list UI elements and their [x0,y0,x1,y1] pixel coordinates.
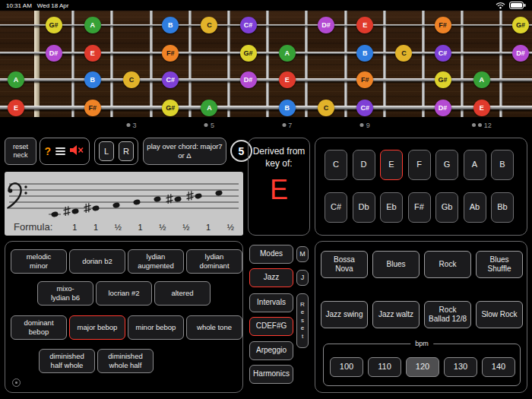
note-D#-string-E-fret-11[interactable]: D# [435,100,451,116]
note-G#-string-G-fret-1[interactable]: G# [46,17,62,33]
note-F#-string-E-fret-2[interactable]: F# [84,100,101,116]
menu-icon[interactable] [55,146,65,157]
note-A-string-E-fret-5[interactable]: A [201,100,217,116]
string-G [0,24,532,26]
note-F#-string-D-fret-4[interactable]: F# [162,45,179,62]
mode-button-intervals[interactable]: Intervals [249,293,293,312]
rhythm-button-blues-shuffle[interactable]: Blues Shuffle [476,251,523,278]
note-B-string-A-fret-2[interactable]: B [84,71,101,88]
modes-m-button[interactable]: M [296,246,309,262]
fret-wire-12 [499,11,502,117]
note-C-string-D-fret-10[interactable]: C [395,45,412,62]
scale-button-lydian-dominant[interactable]: lydian dominant [186,249,242,274]
reset-neck-button[interactable]: reset neck [5,138,36,165]
note-C-string-G-fret-5[interactable]: C [201,17,217,33]
scale-button-minor-bebop[interactable]: minor bebop [128,315,184,340]
rhythm-button-rock[interactable]: Rock [424,251,471,278]
scale-button-dominant-bebop[interactable]: dominant bebop [11,315,67,340]
rhythm-button-jazz-waltz[interactable]: Jazz waltz [372,301,420,328]
key-button-Ab[interactable]: Ab [464,192,486,223]
mode-button-jazz[interactable]: Jazz [249,268,293,287]
note-C#-string-G-fret-6[interactable]: C# [240,17,257,33]
note-C#-string-A-fret-4[interactable]: C# [162,71,179,88]
scale-button-lydian-augmented[interactable]: lydian augmented [128,249,184,274]
rhythm-button-rock-ballad-12-8[interactable]: Rock Ballad 12/8 [424,301,471,328]
play-over-chord-button[interactable]: play over chord: major7 or Δ [143,138,226,165]
note-C-string-E-fret-8[interactable]: C [318,100,334,116]
rhythm-button-slow-rock[interactable]: Slow Rock [476,301,523,328]
reset-vertical-button[interactable]: Reset [296,293,309,348]
note-E-string-D-fret-2[interactable]: E [84,45,101,62]
key-button-F[interactable]: F [408,150,431,180]
key-button-Eb[interactable]: Eb [380,192,403,223]
bpm-button-110[interactable]: 110 [368,357,401,377]
staff-panel: Formula: 11½1½½1½ [5,172,243,236]
bpm-button-130[interactable]: 130 [444,357,477,377]
mode-button-arpeggio[interactable]: Arpeggio [249,341,293,360]
bpm-button-120[interactable]: 120 [406,357,439,377]
scale-button-melodic-minor[interactable]: melodic minor [11,249,67,274]
key-button-Bb[interactable]: Bb [491,192,514,223]
note-F#-string-G-fret-11[interactable]: F# [435,17,451,33]
key-button-Gb[interactable]: Gb [435,192,458,223]
note-C#-string-E-fret-9[interactable]: C# [356,100,373,116]
note-C-string-A-fret-3[interactable]: C [123,71,140,88]
note-G#-string-D-fret-6[interactable]: G# [240,45,257,62]
note-E-string-E-fret-12[interactable]: E [473,100,490,116]
string-D [0,52,532,54]
note-C#-string-D-fret-11[interactable]: C# [435,45,451,62]
note-E-string-E-fret-0[interactable]: E [8,100,24,116]
note-D#-string-D-fret-1[interactable]: D# [46,45,62,62]
scale-button-altered[interactable]: altered [154,281,211,306]
note-A-string-A-fret-12[interactable]: A [473,71,490,88]
note-D#-string-A-fret-6[interactable]: D# [240,71,257,88]
key-button-B[interactable]: B [491,150,514,180]
scale-button-locrian-#2[interactable]: locrian #2 [96,281,152,306]
note-G#-string-A-fret-11[interactable]: G# [435,71,451,88]
note-A-string-A-fret-0[interactable]: A [8,71,24,88]
note-A-string-D-fret-7[interactable]: A [279,45,296,62]
bpm-button-140[interactable]: 140 [482,357,515,377]
key-button-E[interactable]: E [380,150,403,180]
help-button[interactable]: ? [45,145,52,157]
key-button-A[interactable]: A [464,150,486,180]
note-B-string-D-fret-9[interactable]: B [356,45,373,62]
mode-button-harmonics[interactable]: Harmonics [249,365,293,384]
speaker-muted-icon[interactable] [69,144,84,159]
key-button-F#[interactable]: F# [408,192,431,223]
key-button-D[interactable]: D [353,150,375,180]
reset-letter: e [301,309,304,316]
note-F#-string-A-fret-9[interactable]: F# [356,71,373,88]
left-button[interactable]: L [99,141,114,161]
scale-button-whole-tone[interactable]: whole tone [186,315,242,340]
note-G#-string-G-fret-13[interactable]: G# [512,17,529,33]
scale-button-mixo--lydian-b6[interactable]: mixo- lydian b6 [37,281,93,306]
note-B-string-E-fret-7[interactable]: B [279,100,296,116]
note-B-string-G-fret-4[interactable]: B [162,17,179,33]
right-button[interactable]: R [119,141,134,161]
key-button-G[interactable]: G [435,150,458,180]
note-G#-string-E-fret-4[interactable]: G# [162,100,179,116]
status-date: Wed 18 Apr [37,2,69,9]
rhythm-button-bossa-nova[interactable]: Bossa Nova [321,251,368,278]
fret-dot-icon [360,123,364,127]
key-button-Db[interactable]: Db [353,192,375,223]
dial-icon[interactable] [12,378,21,387]
bpm-button-100[interactable]: 100 [330,357,363,377]
scale-button-diminished-half-whole[interactable]: diminished half whole [39,349,95,373]
note-A-string-G-fret-2[interactable]: A [84,17,101,33]
key-button-C#[interactable]: C# [325,192,347,223]
rhythm-button-jazz-swing[interactable]: Jazz swing [321,301,368,328]
scale-button-dorian-b2[interactable]: dorian b2 [69,249,125,274]
note-D#-string-D-fret-13[interactable]: D# [512,45,529,62]
scale-button-major-bebop[interactable]: major bebop [69,315,125,340]
note-E-string-G-fret-9[interactable]: E [356,17,373,33]
scale-button-diminished-whole-half[interactable]: diminished whole half [97,349,154,373]
jazz-j-button[interactable]: J [296,270,309,286]
rhythm-button-blues[interactable]: Blues [372,251,420,278]
note-D#-string-G-fret-8[interactable]: D# [318,17,334,33]
mode-button-cdef#g[interactable]: CDEF#G [249,317,293,336]
mode-button-modes[interactable]: Modes [249,245,293,264]
note-E-string-A-fret-7[interactable]: E [279,71,296,88]
key-button-C[interactable]: C [325,150,347,180]
